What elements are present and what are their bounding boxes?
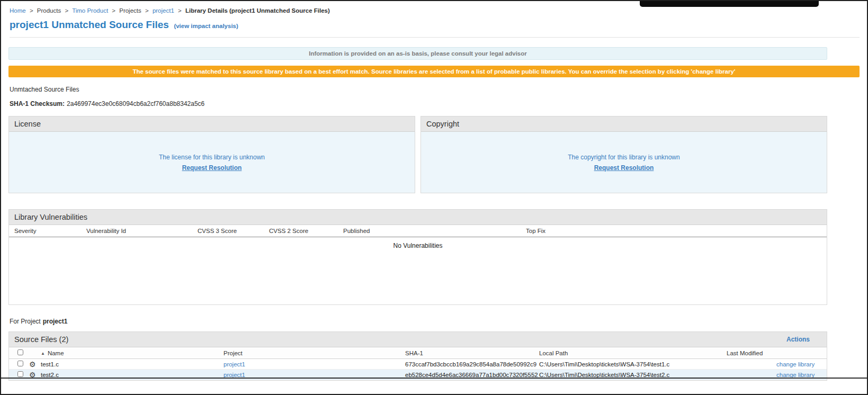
sort-asc-icon: ▲ (41, 351, 45, 356)
col-vulnerability-id: Vulnerability Id (86, 228, 198, 234)
license-panel-title: License (9, 116, 415, 132)
col-top-fix: Top Fix (526, 228, 827, 234)
page: Home > Products > Timo Product > Project… (0, 0, 868, 395)
select-all-checkbox[interactable] (17, 349, 23, 355)
license-copyright-row: License The license for this library is … (8, 116, 827, 193)
license-panel-body: The license for this library is unknown … (9, 132, 415, 193)
vulnerabilities-panel: Library Vulnerabilities Severity Vulnera… (8, 209, 827, 305)
breadcrumb-library-details: Library Details (project1 Unmatched Sour… (185, 7, 330, 14)
breadcrumb-project1[interactable]: project1 (153, 7, 174, 14)
col-name[interactable]: ▲Name (41, 350, 223, 356)
project-link[interactable]: project1 (223, 361, 405, 367)
breadcrumb-projects: Projects (119, 7, 141, 14)
vulnerabilities-empty-body: No Vulnerabilities (9, 237, 827, 304)
col-local-path: Local Path (539, 350, 727, 356)
redaction-bar (640, 1, 819, 7)
row-checkbox[interactable] (17, 361, 23, 366)
file-sha1: eb528ce4d5d4e6ac36669a77a1bd00c7320f5552 (405, 372, 539, 378)
breadcrumb-home[interactable]: Home (10, 7, 26, 14)
vulnerabilities-panel-title: Library Vulnerabilities (9, 210, 827, 225)
breadcrumb-separator: > (178, 7, 182, 14)
library-name: Unmtached Source Files (8, 77, 827, 93)
best-effort-warning-banner: The source files were matched to this so… (8, 66, 860, 77)
breadcrumb-products: Products (37, 7, 61, 14)
file-sha1: 673ccaf7bd3cbccb169a29c854a8a78de50992c9 (405, 361, 539, 367)
col-sha1: SHA-1 (405, 350, 539, 356)
title-row: project1 Unmatched Source Files (view im… (1, 14, 867, 38)
copyright-panel-title: Copyright (421, 116, 827, 132)
license-panel: License The license for this library is … (8, 116, 415, 193)
source-files-panel: Source Files (2) Actions ▲Name Project S… (8, 331, 827, 381)
breadcrumb-separator: > (145, 7, 149, 14)
source-files-header: Source Files (2) Actions (9, 332, 827, 347)
file-name: test2.c (41, 372, 223, 378)
breadcrumb-separator: > (65, 7, 68, 14)
select-all-checkbox-cell (17, 349, 29, 356)
copyright-unknown-message: The copyright for this library is unknow… (568, 154, 679, 161)
source-file-row: ⚙ test2.c project1 eb528ce4d5d4e6ac36669… (9, 370, 827, 380)
no-vulnerabilities-message: No Vulnerabilities (9, 237, 827, 249)
breadcrumb-separator: > (112, 7, 115, 14)
source-files-column-headers: ▲Name Project SHA-1 Local Path Last Modi… (9, 347, 827, 359)
actions-link[interactable]: Actions (786, 336, 810, 343)
license-request-resolution-link[interactable]: Request Resolution (182, 164, 242, 172)
title-divider (10, 37, 860, 38)
legal-info-banner: Information is provided on an as-is basi… (8, 47, 827, 60)
for-project-name: project1 (43, 318, 68, 325)
gear-icon[interactable]: ⚙ (29, 361, 41, 368)
change-library-link[interactable]: change library (776, 361, 827, 367)
row-checkbox[interactable] (17, 371, 23, 377)
sha1-value: 2a469974ec3e0c68094cb6a2cf760a8b8342a5c6 (67, 100, 204, 107)
page-title: project1 Unmatched Source Files (10, 19, 169, 30)
copyright-panel: Copyright The copyright for this library… (420, 116, 827, 193)
col-severity: Severity (14, 228, 86, 234)
col-cvss3-score: CVSS 3 Score (198, 228, 269, 234)
sha1-line: SHA-1 Checksum:2a469974ec3e0c68094cb6a2c… (8, 93, 827, 107)
source-file-row: ⚙ test1.c project1 673ccaf7bd3cbccb169a2… (9, 359, 827, 370)
row-checkbox-cell (17, 361, 29, 367)
col-cvss2-score: CVSS 2 Score (269, 228, 343, 234)
bottom-divider (1, 378, 867, 379)
file-name: test1.c (41, 361, 223, 367)
source-files-title: Source Files (2) (14, 335, 68, 344)
project-link[interactable]: project1 (223, 372, 405, 378)
col-last-modified: Last Modified (727, 350, 776, 356)
col-published: Published (343, 228, 526, 234)
breadcrumb-separator: > (30, 7, 33, 14)
vulnerabilities-column-headers: Severity Vulnerability Id CVSS 3 Score C… (9, 225, 827, 237)
for-project-prefix: For Project (10, 318, 41, 325)
for-project-line: For Projectproject1 (8, 318, 827, 325)
copyright-panel-body: The copyright for this library is unknow… (421, 132, 827, 193)
view-impact-analysis-link[interactable]: (view impact analysis) (174, 23, 238, 29)
col-project: Project (223, 350, 405, 356)
file-local-path: C:\Users\Timi\Desktop\tickets\WSA-3754\t… (539, 372, 727, 378)
col-name-label: Name (48, 350, 64, 356)
change-library-link[interactable]: change library (776, 372, 827, 378)
breadcrumb-timo-product[interactable]: Timo Product (72, 7, 108, 14)
license-unknown-message: The license for this library is unknown (159, 154, 265, 161)
sha1-label: SHA-1 Checksum: (10, 100, 65, 107)
file-local-path: C:\Users\Timi\Desktop\tickets\WSA-3754\t… (539, 361, 727, 367)
copyright-request-resolution-link[interactable]: Request Resolution (594, 164, 654, 172)
